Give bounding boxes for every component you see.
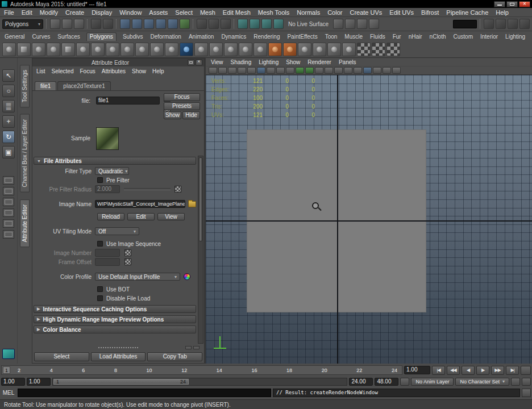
image-plane-icon[interactable] xyxy=(247,67,256,74)
viewport-canvas[interactable]: Verts: 121 0 0 Edges: 220 0 0 Faces: 100 xyxy=(206,75,532,364)
minimize-button[interactable] xyxy=(494,1,505,7)
playback-end-field[interactable]: 24.00 xyxy=(349,378,373,386)
animation-start-field[interactable]: 1.00 xyxy=(1,378,25,386)
screen-layout-icon[interactable] xyxy=(2,349,15,359)
ae-menu-focus[interactable]: Focus xyxy=(80,68,95,74)
snap-to-grid-icon[interactable] xyxy=(120,19,130,29)
playback-start-field[interactable]: 1.00 xyxy=(27,378,51,386)
shelf-tab-dynamics[interactable]: Dynamics xyxy=(220,33,247,41)
render-current-frame-icon[interactable] xyxy=(250,19,260,29)
ipr-render-icon[interactable] xyxy=(261,19,272,29)
poly-torus-icon[interactable] xyxy=(76,43,90,56)
bridge-icon[interactable] xyxy=(357,43,371,56)
auto-keyframe-icon[interactable] xyxy=(511,378,520,386)
map-button-icon[interactable] xyxy=(124,258,131,265)
menu-create[interactable]: Create xyxy=(65,9,84,16)
isolate-select-icon[interactable] xyxy=(363,67,372,74)
bookmarks-icon[interactable] xyxy=(238,67,246,74)
current-frame-marker[interactable]: 1 xyxy=(3,366,10,374)
divider[interactable] xyxy=(115,18,118,30)
color-profile-dropdown[interactable]: Use Default Input Profile xyxy=(95,273,180,281)
smooth-icon[interactable] xyxy=(268,43,282,56)
workspace-toggle-icon[interactable] xyxy=(519,19,530,29)
wireframe-icon[interactable] xyxy=(276,67,285,74)
poly-plane-icon[interactable] xyxy=(61,43,75,56)
grease-pencil-icon[interactable] xyxy=(267,67,275,74)
view-button[interactable]: View xyxy=(157,213,185,220)
shelf-tab-deformation[interactable]: Deformation xyxy=(149,33,182,41)
section-file-attributes[interactable]: File Attributes xyxy=(34,157,196,165)
menu-edit-uvs[interactable]: Edit UVs xyxy=(389,9,414,16)
disable-file-load-checkbox[interactable] xyxy=(97,295,103,301)
hide-button[interactable]: Hide xyxy=(182,111,200,119)
script-editor-icon[interactable] xyxy=(522,389,531,397)
undock-icon[interactable] xyxy=(188,60,194,65)
shelf-tab-ncloth[interactable]: nCloth xyxy=(429,33,447,41)
channel-box-toggle-icon[interactable] xyxy=(484,19,494,29)
shelf-tab-subdivs[interactable]: Subdivs xyxy=(122,33,144,41)
shelf-tab-general[interactable]: General xyxy=(3,33,26,41)
snap-to-view-plane-icon[interactable] xyxy=(168,19,178,29)
shelf-tab-polygons[interactable]: Polygons xyxy=(86,32,117,41)
use-image-sequence-checkbox[interactable] xyxy=(97,241,103,247)
image-name-field[interactable]: WIP\MysticStaff_Concept_ImagePlane.jpg xyxy=(95,200,185,208)
maximize-button[interactable] xyxy=(506,1,518,7)
extract-icon[interactable] xyxy=(253,43,267,56)
four-pane-layout-button[interactable] xyxy=(3,187,14,195)
focus-button[interactable]: Focus xyxy=(164,93,200,101)
poly-cone-icon[interactable] xyxy=(47,43,60,56)
shelf-tab-muscle[interactable]: Muscle xyxy=(343,33,364,41)
anim-layer-button[interactable]: No Anim Layer xyxy=(411,378,454,386)
snap-to-projected-center-icon[interactable] xyxy=(156,19,166,29)
time-slider[interactable]: 1 2 4 6 8 10 12 14 16 18 20 22 24 xyxy=(1,365,402,375)
vp-menu-renderer[interactable]: Renderer xyxy=(307,59,331,65)
scrollbar-thumb[interactable] xyxy=(199,157,202,241)
multi-cut-icon[interactable] xyxy=(298,43,311,56)
snap-to-curve-icon[interactable] xyxy=(132,19,142,29)
smooth-shade-icon[interactable] xyxy=(286,67,294,74)
construction-history-icon[interactable] xyxy=(221,19,231,29)
menu-file[interactable]: File xyxy=(4,9,14,16)
move-tool-icon[interactable]: + xyxy=(2,115,15,128)
exposure-icon[interactable] xyxy=(383,67,391,74)
mirror-geometry-icon[interactable] xyxy=(209,43,223,56)
lock-camera-icon[interactable] xyxy=(218,67,227,74)
rotate-tool-icon[interactable]: ↻ xyxy=(2,131,15,143)
ae-menu-list[interactable]: List xyxy=(36,68,45,74)
vp-menu-view[interactable]: View xyxy=(211,59,223,65)
redo-icon[interactable] xyxy=(103,19,113,29)
menu-create-uvs[interactable]: Create UVs xyxy=(350,9,382,16)
shelf-tab-painteffects[interactable]: PaintEffects xyxy=(286,33,318,41)
gamma-icon[interactable] xyxy=(392,67,401,74)
ae-menu-selected[interactable]: Selected xyxy=(52,68,74,74)
shelf-tab-lighting[interactable]: Lighting xyxy=(504,33,526,41)
select-camera-icon[interactable] xyxy=(209,67,217,74)
uv-texture-editor-icon[interactable] xyxy=(357,19,367,29)
range-slider-bar[interactable]: 1 24 xyxy=(53,379,189,385)
play-forward-button[interactable]: ▶ xyxy=(476,366,489,375)
pre-filter-checkbox[interactable] xyxy=(97,177,103,183)
filter-type-dropdown[interactable]: Quadratic xyxy=(95,167,129,175)
hypershade-icon[interactable] xyxy=(333,19,343,29)
reload-button[interactable]: Reload xyxy=(97,213,124,220)
poly-prism-icon[interactable] xyxy=(91,43,105,56)
poly-pipe-icon[interactable] xyxy=(120,43,134,56)
menu-edit[interactable]: Edit xyxy=(22,9,32,16)
splitter-button-icon[interactable] xyxy=(193,346,200,349)
menu-assets[interactable]: Assets xyxy=(149,9,168,16)
divider[interactable] xyxy=(192,18,195,30)
divider[interactable] xyxy=(45,18,48,30)
menu-help[interactable]: Help xyxy=(496,9,509,16)
splitter-button-icon[interactable] xyxy=(185,346,192,349)
step-forward-frame-button[interactable]: ▶▶ xyxy=(491,366,504,375)
select-button[interactable]: Select xyxy=(34,352,89,361)
menu-mesh-tools[interactable]: Mesh Tools xyxy=(258,9,289,16)
shelf-tab-fluids[interactable]: Fluids xyxy=(369,33,386,41)
texture-sample-swatch[interactable] xyxy=(96,127,119,150)
section-interactive-sequence-caching[interactable]: Interactive Sequence Caching Options xyxy=(34,305,196,313)
combine-icon[interactable] xyxy=(224,43,238,56)
menu-select[interactable]: Select xyxy=(175,9,193,16)
offset-edge-loop-icon[interactable] xyxy=(327,43,341,56)
attribute-editor-toggle-icon[interactable] xyxy=(496,19,506,29)
screen-space-ao-icon[interactable] xyxy=(325,67,333,74)
